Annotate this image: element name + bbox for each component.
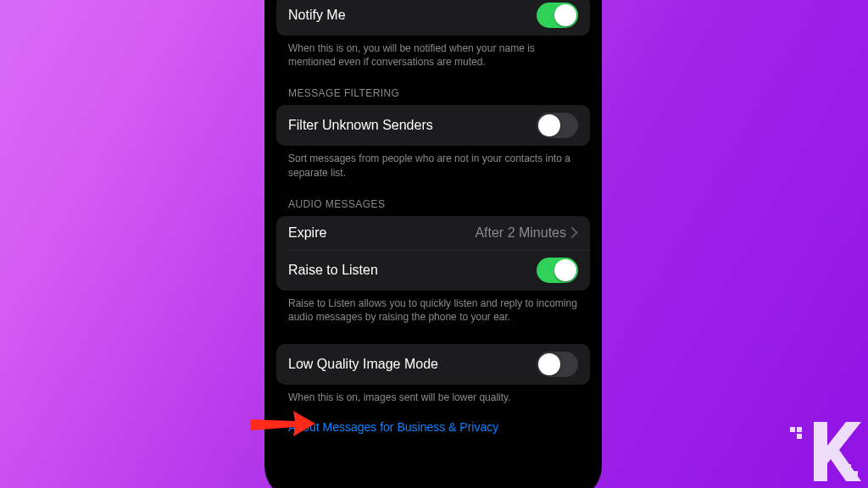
svg-rect-3 (853, 471, 858, 476)
row-notify-me[interactable]: Notify Me (276, 0, 590, 36)
row-label: Raise to Listen (288, 263, 378, 278)
row-label: Expire (288, 225, 326, 241)
about-messages-link[interactable]: About Messages for Business & Privacy (288, 420, 498, 434)
row-low-quality[interactable]: Low Quality Image Mode (276, 344, 590, 385)
settings-scroll[interactable]: Notify Me When this is on, you will be n… (276, 0, 590, 438)
lowq-group: Low Quality Image Mode (276, 344, 590, 385)
mentions-group: Notify Me (276, 0, 590, 36)
section-header-filtering: MESSAGE FILTERING (276, 69, 590, 105)
filtering-footer: Sort messages from people who are not in… (276, 146, 590, 179)
mentions-footer: When this is on, you will be notified wh… (276, 36, 590, 69)
chevron-right-icon (571, 227, 578, 238)
toggle-knob (554, 4, 576, 26)
svg-rect-2 (797, 434, 802, 439)
phone-frame: Notify Me When this is on, you will be n… (264, 0, 602, 488)
row-label: Filter Unknown Senders (288, 118, 433, 133)
row-value: After 2 Minutes (475, 225, 578, 241)
row-expire[interactable]: Expire After 2 Minutes (276, 216, 590, 250)
toggle-knob (538, 353, 560, 375)
toggle-knob (538, 114, 560, 136)
audio-footer: Raise to Listen allows you to quickly li… (276, 291, 590, 324)
row-filter-unknown[interactable]: Filter Unknown Senders (276, 105, 590, 146)
lowq-footer: When this is on, images sent will be low… (276, 385, 590, 404)
filtering-group: Filter Unknown Senders (276, 105, 590, 146)
section-header-audio: AUDIO MESSAGES (276, 180, 590, 216)
svg-rect-0 (790, 427, 795, 432)
toggle-knob (554, 259, 576, 281)
row-raise-to-listen[interactable]: Raise to Listen (276, 250, 590, 291)
svg-rect-1 (797, 427, 802, 432)
expire-value: After 2 Minutes (475, 225, 566, 241)
filter-unknown-toggle[interactable] (537, 113, 578, 138)
row-label: Notify Me (288, 8, 346, 23)
raise-to-listen-toggle[interactable] (537, 258, 578, 283)
row-label: Low Quality Image Mode (288, 357, 438, 372)
svg-rect-5 (846, 464, 851, 469)
about-link-row: About Messages for Business & Privacy (276, 404, 590, 438)
svg-rect-4 (846, 471, 851, 476)
notify-me-toggle[interactable] (537, 3, 578, 28)
watermark-k-icon (790, 422, 861, 481)
audio-group: Expire After 2 Minutes Raise to Listen (276, 216, 590, 291)
low-quality-toggle[interactable] (537, 352, 578, 377)
